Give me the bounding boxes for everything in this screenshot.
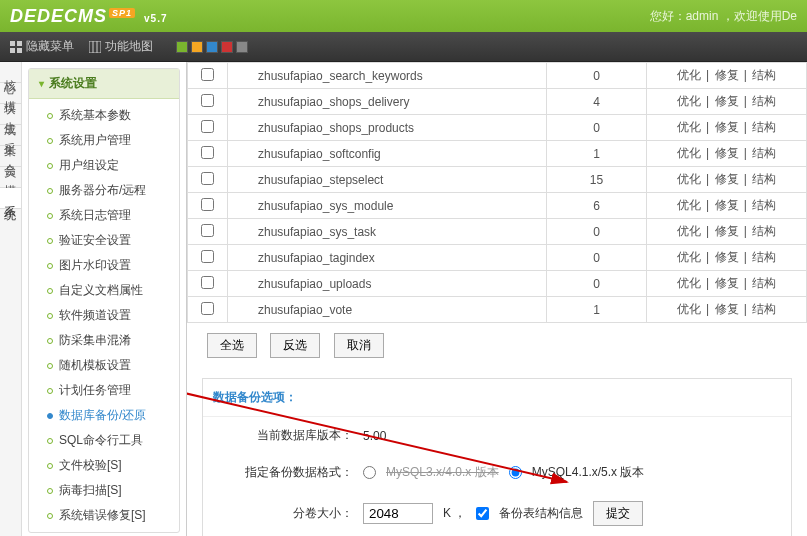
repair-link[interactable]: 修复: [715, 276, 739, 290]
db-version-label: 当前数据库版本：: [223, 427, 353, 444]
optimize-link[interactable]: 优化: [677, 146, 701, 160]
toolbar: 隐藏菜单 功能地图: [0, 32, 807, 62]
repair-link[interactable]: 修复: [715, 94, 739, 108]
structure-link[interactable]: 结构: [752, 68, 776, 82]
table-name-cell: zhusufapiao_tagindex: [228, 245, 547, 271]
color-gray[interactable]: [236, 41, 248, 53]
sidetab-core[interactable]: 核心: [0, 62, 21, 83]
optimize-link[interactable]: 优化: [677, 120, 701, 134]
sidetab-collect[interactable]: 采集: [0, 125, 21, 146]
bullet-icon: [47, 238, 53, 244]
row-checkbox[interactable]: [201, 302, 214, 315]
menu-item[interactable]: 系统日志管理: [29, 203, 179, 228]
structure-link[interactable]: 结构: [752, 224, 776, 238]
menu-item[interactable]: 随机模板设置: [29, 353, 179, 378]
structure-link[interactable]: 结构: [752, 120, 776, 134]
repair-link[interactable]: 修复: [715, 302, 739, 316]
invert-button[interactable]: 反选: [270, 333, 320, 358]
repair-link[interactable]: 修复: [715, 120, 739, 134]
row-checkbox[interactable]: [201, 94, 214, 107]
menu-item[interactable]: SQL命令行工具: [29, 428, 179, 453]
row-checkbox[interactable]: [201, 68, 214, 81]
structure-link[interactable]: 结构: [752, 250, 776, 264]
repair-link[interactable]: 修复: [715, 250, 739, 264]
backup-section: 数据备份选项： 当前数据库版本： 5.00 指定备份数据格式： MySQL3.x…: [202, 378, 792, 536]
format-radio-2[interactable]: [509, 466, 522, 479]
row-checkbox[interactable]: [201, 146, 214, 159]
repair-link[interactable]: 修复: [715, 68, 739, 82]
color-red[interactable]: [221, 41, 233, 53]
row-checkbox[interactable]: [201, 250, 214, 263]
optimize-link[interactable]: 优化: [677, 276, 701, 290]
structure-link[interactable]: 结构: [752, 94, 776, 108]
structure-link[interactable]: 结构: [752, 146, 776, 160]
menu-item-label: 图片水印设置: [59, 257, 131, 274]
structure-link[interactable]: 结构: [752, 276, 776, 290]
menu-item[interactable]: 服务器分布/远程: [29, 178, 179, 203]
menu-item[interactable]: 系统用户管理: [29, 128, 179, 153]
row-checkbox[interactable]: [201, 276, 214, 289]
cancel-button[interactable]: 取消: [334, 333, 384, 358]
structure-link[interactable]: 结构: [752, 198, 776, 212]
table-count-cell: 0: [547, 63, 647, 89]
sidetab-member[interactable]: 会员: [0, 146, 21, 167]
sidetab-template[interactable]: 模板: [0, 167, 21, 188]
color-blue[interactable]: [206, 41, 218, 53]
optimize-link[interactable]: 优化: [677, 94, 701, 108]
optimize-link[interactable]: 优化: [677, 302, 701, 316]
menu-item-label: 文件校验[S]: [59, 457, 122, 474]
menu-item[interactable]: 图片水印设置: [29, 253, 179, 278]
sidetab-system[interactable]: 系统: [0, 188, 21, 209]
grid-icon: [10, 41, 22, 53]
optimize-link[interactable]: 优化: [677, 198, 701, 212]
optimize-link[interactable]: 优化: [677, 172, 701, 186]
table-name-cell: zhusufapiao_stepselect: [228, 167, 547, 193]
menu-item[interactable]: 验证安全设置: [29, 228, 179, 253]
sitemap-button[interactable]: 功能地图: [89, 38, 153, 55]
structure-checkbox[interactable]: [476, 507, 489, 520]
menu-item[interactable]: 自定义文档属性: [29, 278, 179, 303]
table-actions-cell: 优化 | 修复 | 结构: [647, 245, 807, 271]
structure-link[interactable]: 结构: [752, 172, 776, 186]
color-green[interactable]: [176, 41, 188, 53]
row-checkbox[interactable]: [201, 120, 214, 133]
db-table: zhusufapiao_search_keywords0优化 | 修复 | 结构…: [187, 62, 807, 323]
repair-link[interactable]: 修复: [715, 172, 739, 186]
hide-menu-button[interactable]: 隐藏菜单: [10, 38, 74, 55]
color-orange[interactable]: [191, 41, 203, 53]
menu-item[interactable]: 文件校验[S]: [29, 453, 179, 478]
chevron-down-icon: ▾: [39, 78, 44, 89]
row-checkbox[interactable]: [201, 224, 214, 237]
bullet-icon: [47, 188, 53, 194]
bullet-icon: [47, 313, 53, 319]
bullet-icon: [47, 213, 53, 219]
menu-item[interactable]: 软件频道设置: [29, 303, 179, 328]
repair-link[interactable]: 修复: [715, 224, 739, 238]
structure-link[interactable]: 结构: [752, 302, 776, 316]
menu-item[interactable]: 防采集串混淆: [29, 328, 179, 353]
optimize-link[interactable]: 优化: [677, 250, 701, 264]
optimize-link[interactable]: 优化: [677, 224, 701, 238]
svg-rect-4: [89, 41, 101, 53]
row-checkbox[interactable]: [201, 172, 214, 185]
repair-link[interactable]: 修复: [715, 146, 739, 160]
menu-item[interactable]: 数据库备份/还原: [29, 403, 179, 428]
format-radio-1[interactable]: [363, 466, 376, 479]
select-all-button[interactable]: 全选: [207, 333, 257, 358]
menu-title-system[interactable]: ▾ 系统设置: [29, 69, 179, 99]
optimize-link[interactable]: 优化: [677, 68, 701, 82]
row-checkbox[interactable]: [201, 198, 214, 211]
menu-item[interactable]: 病毒扫描[S]: [29, 478, 179, 503]
size-input[interactable]: [363, 503, 433, 524]
menu-item[interactable]: 系统基本参数: [29, 103, 179, 128]
menu-item[interactable]: 用户组设定: [29, 153, 179, 178]
menu-item-label: 系统用户管理: [59, 132, 131, 149]
sidetab-module[interactable]: 模块: [0, 83, 21, 104]
menu-item[interactable]: 计划任务管理: [29, 378, 179, 403]
submit-button[interactable]: 提交: [593, 501, 643, 526]
format-option-1: MySQL3.x/4.0.x 版本: [386, 464, 499, 481]
sidetab-generate[interactable]: 生成: [0, 104, 21, 125]
menu-item-label: 系统日志管理: [59, 207, 131, 224]
repair-link[interactable]: 修复: [715, 198, 739, 212]
menu-item[interactable]: 系统错误修复[S]: [29, 503, 179, 528]
